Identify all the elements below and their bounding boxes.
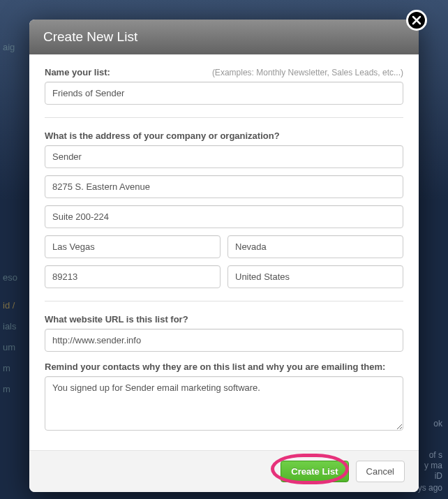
divider xyxy=(45,301,403,301)
website-url-input[interactable] xyxy=(45,329,403,352)
reminder-textarea[interactable] xyxy=(45,376,403,431)
zip-input[interactable] xyxy=(45,265,221,288)
company-input[interactable] xyxy=(45,145,403,168)
country-input[interactable] xyxy=(227,265,403,288)
remind-label: Remind your contacts why they are on thi… xyxy=(45,362,385,372)
name-hint: (Examples: Monthly Newsletter, Sales Lea… xyxy=(212,68,403,77)
modal-footer: Create List Cancel xyxy=(29,450,419,492)
close-button[interactable] xyxy=(406,10,427,31)
create-list-button[interactable]: Create List xyxy=(281,461,348,482)
state-input[interactable] xyxy=(227,235,403,258)
list-name-input[interactable] xyxy=(45,82,403,105)
create-list-modal: Create New List Name your list: (Example… xyxy=(29,20,419,492)
url-label: What website URL is this list for? xyxy=(45,314,188,325)
modal-body: Name your list: (Examples: Monthly Newsl… xyxy=(29,54,419,450)
divider xyxy=(45,117,403,118)
close-icon xyxy=(412,15,421,25)
modal-title: Create New List xyxy=(29,20,419,54)
address-label: What is the address of your company or o… xyxy=(45,131,280,141)
city-input[interactable] xyxy=(45,235,221,258)
address1-input[interactable] xyxy=(45,175,403,198)
address2-input[interactable] xyxy=(45,205,403,228)
cancel-button[interactable]: Cancel xyxy=(356,461,405,482)
name-label: Name your list: xyxy=(45,67,110,77)
